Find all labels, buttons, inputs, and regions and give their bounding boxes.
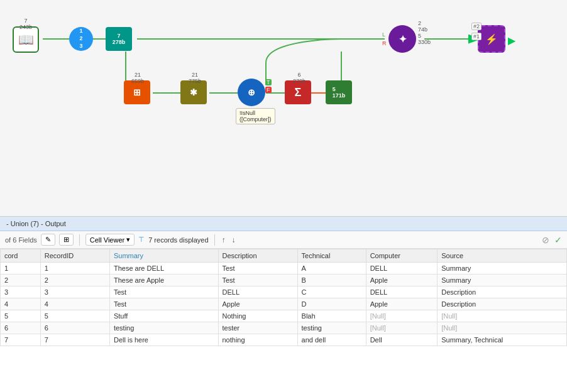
output-badge-1: #1 [471, 33, 482, 40]
cell-summary: testing [109, 322, 218, 334]
table-row[interactable]: 11These are DELLTestADELLSummary [1, 263, 567, 275]
cell-recordid: 5 [40, 310, 109, 322]
col-recordid[interactable]: RecordID [40, 249, 109, 263]
toolbar-right: ⊘ ✓ [542, 235, 562, 245]
cell-recordid: 6 [40, 322, 109, 334]
cell-technical: B [297, 275, 366, 286]
union-node[interactable]: ✦ [388, 25, 416, 53]
edit-icon: ✎ [45, 236, 51, 244]
teal-node[interactable]: 7278b [106, 27, 132, 51]
cell-technical: testing [297, 322, 366, 334]
formula-node-count: 21775b [176, 72, 214, 84]
col-source[interactable]: Source [438, 249, 567, 263]
cell-computer: DELL [366, 286, 438, 298]
col-cord[interactable]: cord [1, 249, 41, 263]
numbered-node[interactable]: 123 [69, 27, 93, 51]
cell-technical: Blah [297, 310, 366, 322]
cell-summary: Dell is here [109, 334, 218, 346]
cell-cord: 7 [1, 334, 41, 346]
cell-recordid: 2 [40, 275, 109, 286]
filter-t-badge: T [265, 79, 272, 85]
cell-source: Summary [438, 263, 567, 275]
cell-technical: and dell [297, 334, 366, 346]
table-row[interactable]: 22These are AppleTestBAppleSummary [1, 275, 567, 286]
cell-computer: [Null] [366, 310, 438, 322]
cell-cord: 4 [1, 298, 41, 310]
table-row[interactable]: 44TestAppleDAppleDescription [1, 298, 567, 310]
cell-technical: D [297, 298, 366, 310]
cell-recordid: 4 [40, 298, 109, 310]
cell-viewer-label: Cell Viewer [90, 236, 124, 244]
cell-source: Description [438, 286, 567, 298]
cell-computer: Dell [366, 334, 438, 346]
select-node-count: 21659b [119, 72, 157, 84]
cell-description: Nothing [218, 310, 297, 322]
cell-cord: 1 [1, 263, 41, 275]
table-body: 11These are DELLTestADELLSummary22These … [1, 263, 567, 346]
sort-desc-button[interactable]: ↓ [231, 236, 237, 244]
cell-summary: These are Apple [109, 275, 218, 286]
config-button[interactable]: ⊞ [59, 234, 74, 246]
filter-f-badge: F [265, 87, 272, 93]
cell-recordid: 1 [40, 263, 109, 275]
cell-description: Test [218, 263, 297, 275]
filter-icon-toolbar: ⊤ [138, 236, 145, 244]
cell-cord: 5 [1, 310, 41, 322]
table-row[interactable]: 55StuffNothingBlah[Null][Null] [1, 310, 567, 322]
record-count: 7 records displayed [148, 236, 208, 244]
dropdown-icon: ▾ [126, 236, 130, 244]
edit-fields-button[interactable]: ✎ [41, 234, 55, 246]
svg-text:L: L [382, 31, 385, 38]
toolbar: of 6 Fields ✎ ⊞ Cell Viewer ▾ ⊤ 7 record… [0, 231, 567, 249]
cell-source: Summary, Technical [438, 334, 567, 346]
cell-summary: These are DELL [109, 263, 218, 275]
union-count-bottom: 5330b [418, 33, 431, 45]
svg-text:R: R [382, 40, 387, 46]
sort-asc-button[interactable]: ↑ [221, 236, 227, 244]
results-table: cord RecordID Summary Description Techni… [0, 249, 567, 346]
join-node[interactable]: ⊕ [238, 79, 265, 106]
col-computer[interactable]: Computer [366, 249, 438, 263]
cancel-button[interactable]: ⊘ [542, 235, 549, 245]
table-row[interactable]: 77Dell is herenothingand dellDellSummary… [1, 334, 567, 346]
cell-description: Apple [218, 298, 297, 310]
config-icon: ⊞ [63, 236, 69, 244]
cell-description: tester [218, 322, 297, 334]
output-badge-2: #2 [471, 23, 482, 30]
input-node[interactable]: 📖 [13, 26, 39, 53]
bottom-panel: - Union (7) - Output of 6 Fields ✎ ⊞ Cel… [0, 217, 567, 392]
confirm-button[interactable]: ✓ [554, 235, 562, 245]
cell-recordid: 7 [40, 334, 109, 346]
cell-computer: DELL [366, 263, 438, 275]
table-header: cord RecordID Summary Description Techni… [1, 249, 567, 263]
cell-computer: Apple [366, 298, 438, 310]
cell-cord: 3 [1, 286, 41, 298]
cell-computer: [Null] [366, 322, 438, 334]
cell-computer: Apple [366, 275, 438, 286]
cell-description: nothing [218, 334, 297, 346]
separator-1 [79, 234, 80, 246]
col-description[interactable]: Description [218, 249, 297, 263]
output-node[interactable]: ⚡ [478, 25, 505, 53]
panel-header-text: - Union (7) - Output [6, 220, 66, 227]
cell-description: Test [218, 275, 297, 286]
cell-summary: Stuff [109, 310, 218, 322]
table-row[interactable]: 66testingtestertesting[Null][Null] [1, 322, 567, 334]
panel-header: - Union (7) - Output [0, 217, 567, 231]
col-technical[interactable]: Technical [297, 249, 366, 263]
input-node-count: 7243b [9, 18, 43, 30]
union-count-top: 274b [418, 20, 427, 33]
col-summary[interactable]: Summary [109, 249, 218, 263]
cell-summary: Test [109, 286, 218, 298]
cell-technical: C [297, 286, 366, 298]
cell-source: Summary [438, 275, 567, 286]
cell-description: DELL [218, 286, 297, 298]
cell-source: [Null] [438, 310, 567, 322]
cell-viewer-button[interactable]: Cell Viewer ▾ [85, 234, 135, 246]
cell-source: [Null] [438, 322, 567, 334]
cell-cord: 2 [1, 275, 41, 286]
cell-technical: A [297, 263, 366, 275]
table-row[interactable]: 33TestDELLCDELLDescription [1, 286, 567, 298]
green-node[interactable]: 5171b [326, 80, 352, 104]
cell-recordid: 3 [40, 286, 109, 298]
